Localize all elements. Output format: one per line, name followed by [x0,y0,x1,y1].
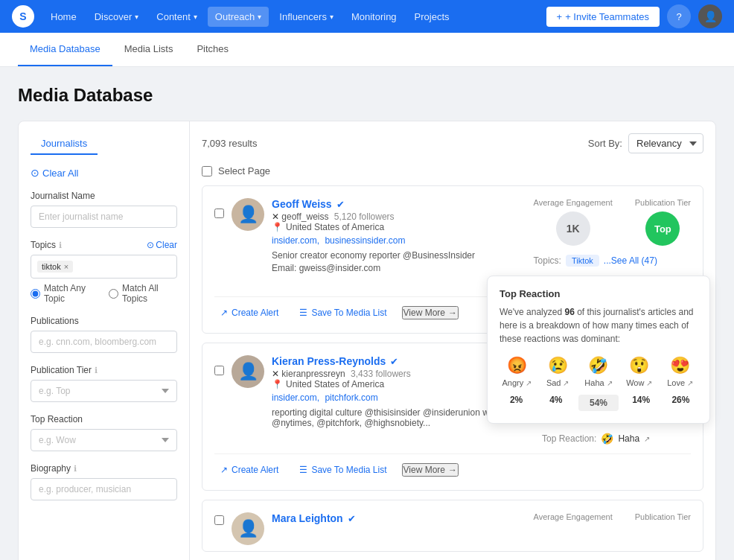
pub-link-businessinsider[interactable]: businessinsider.com [325,235,405,246]
card-1-info: Geoff Weiss ✔ ✕ geoff_weiss 5,120 follow… [272,198,525,273]
sad-emoji: 😢 [540,356,575,375]
biography-input[interactable] [31,478,177,500]
reaction-wow: 😲 Wow ↗ [622,356,657,387]
invite-teammates-button[interactable]: + + Invite Teammates [546,7,660,27]
biography-label: Biography ℹ [31,463,177,474]
tooltip-reactions-grid: 😡 Angry ↗ 😢 Sad ↗ 🤣 Haha ↗ 😲 [500,356,698,387]
match-any-radio[interactable]: Match Any Topic [31,283,100,304]
pct-wow: 14% [625,395,658,411]
tooltip-pct-row: 2% 4% 54% 14% 26% [500,395,698,411]
sad-label: Sad ↗ [540,378,575,387]
location-icon-2: 📍 [272,379,283,389]
tooltip-desc: We've analyzed 96 of this journalist's a… [500,305,698,346]
pub-tier-badge-1: Top [645,211,680,246]
reaction-angry: 😡 Angry ↗ [500,356,534,387]
nav-projects[interactable]: Projects [407,7,457,27]
top-reaction-select[interactable]: e.g. Wow [31,429,177,451]
card-3-name[interactable]: Mara Leighton [272,512,343,524]
tab-pitches[interactable]: Pitches [185,33,240,66]
journalists-tab[interactable]: Journalists [31,133,98,155]
reaction-sad: 😢 Sad ↗ [540,356,575,387]
tooltip-count: 96 [564,307,574,317]
tab-media-lists[interactable]: Media Lists [112,33,185,66]
publications-input[interactable] [31,331,177,353]
publications-label: Publications [31,316,177,326]
sort-by-section: Sort By: Relevancy [588,133,703,153]
reaction-name-2[interactable]: Haha [618,433,639,444]
nav-outreach[interactable]: Outreach ▾ [208,7,269,27]
content-chevron-icon: ▾ [194,13,197,21]
pub-tier-label-3: Publication Tier [635,512,691,521]
pub-tier-label: Publication Tier ℹ [31,365,177,375]
content-area: Journalists ⊙ Clear All Journalist Name … [18,121,716,560]
pub-link-pitchfork[interactable]: pitchfork.com [325,392,377,403]
journalist-card-3: 👤 Mara Leighton ✔ Average Engagement [202,500,703,552]
card-1-bio: Senior creator economy reporter @Busines… [272,250,525,261]
card-3-name-row: Mara Leighton ✔ [272,512,526,524]
card-2-name[interactable]: Kieran Press-Reynolds [272,355,386,367]
top-reaction-filter: Top Reaction e.g. Wow [31,414,177,451]
results-area: 7,093 results Sort By: Relevancy Select … [190,121,715,560]
card-1-checkbox[interactable] [214,209,224,218]
discover-chevron-icon: ▾ [135,13,138,21]
outreach-chevron-icon: ▾ [258,13,261,21]
sort-select[interactable]: Relevancy [628,133,703,153]
avatar[interactable]: 👤 [698,4,722,28]
topics-clear-button[interactable]: ⊙ Clear [147,240,177,250]
create-alert-btn-2[interactable]: ↗ Create Alert [214,462,284,478]
topics-info-icon: ℹ [59,241,62,250]
view-more-btn-2[interactable]: View More → [402,463,459,477]
card-2-checkbox[interactable] [214,366,224,375]
select-page-label: Select Page [218,165,270,176]
journalist-name-input[interactable] [31,206,177,228]
card-3-checkbox[interactable] [214,515,224,525]
nav-influencers[interactable]: Influencers ▾ [272,7,341,27]
card-1-name[interactable]: Geoff Weiss [272,198,332,210]
clear-all-button[interactable]: ⊙ Clear All [31,167,177,179]
topic-tag-tiktok[interactable]: Tiktok [566,255,599,267]
card-1-location: 📍 United States of America [272,222,525,232]
love-emoji: 😍 [663,356,698,375]
avg-engagement-block-1: Average Engagement 1K [534,198,613,246]
avg-engagement-label-1: Average Engagement [534,198,613,207]
pub-link-insider[interactable]: insider.com, [272,235,319,246]
create-alert-btn-1[interactable]: ↗ Create Alert [214,305,284,321]
pct-love: 26% [664,395,698,411]
publications-filter: Publications [31,316,177,353]
influencers-chevron-icon: ▾ [330,13,334,21]
view-more-btn-1[interactable]: View More → [402,306,459,319]
pub-tier-block-1: Publication Tier Top [635,198,691,246]
tooltip-title: Top Reaction [500,288,698,299]
logo[interactable]: S [12,5,34,28]
save-media-list-btn-2[interactable]: ☰ Save To Media List [293,462,392,478]
tab-media-database[interactable]: Media Database [18,33,112,66]
card-1-metrics: Average Engagement 1K Publication Tier T… [534,198,691,287]
help-button[interactable]: ? [667,4,691,28]
nav-content[interactable]: Content ▾ [149,7,205,27]
pub-link-insider-2[interactable]: insider.com, [272,392,319,403]
card-1-name-row: Geoff Weiss ✔ [272,198,525,210]
card-3-verified-icon: ✔ [348,513,356,524]
select-page-checkbox[interactable] [202,166,212,176]
avatar-initials: 👤 [704,10,717,22]
card-1-avatar: 👤 [232,198,264,231]
see-all-topics-1[interactable]: ...See All (47) [604,255,657,266]
nav-monitoring[interactable]: Monitoring [344,7,404,27]
angry-emoji: 😡 [500,356,534,375]
pub-tier-select[interactable]: e.g. Top [31,380,177,402]
location-icon: 📍 [272,222,283,232]
card-1-publications: insider.com, businessinsider.com [272,235,525,246]
match-all-radio[interactable]: Match All Topics [109,283,177,304]
card-1-handle: ✕ geoff_weiss 5,120 followers [272,211,525,222]
nav-discover[interactable]: Discover ▾ [87,7,147,27]
angry-label: Angry ↗ [500,378,534,387]
save-media-list-btn-1[interactable]: ☰ Save To Media List [293,305,392,321]
pub-tier-info-icon: ℹ [95,366,98,375]
avg-engagement-value-1: 1K [567,223,580,235]
nav-home[interactable]: Home [43,7,84,27]
card-1-email: Email: gweiss@insider.com [272,263,525,273]
topics-input[interactable]: tiktok × [31,255,177,279]
tiktok-tag-remove[interactable]: × [64,262,68,271]
card-1-header: 👤 Geoff Weiss ✔ ✕ geoff_weiss 5,120 foll… [214,198,691,287]
avg-engagement-block-3: Average Engagement [534,512,613,526]
